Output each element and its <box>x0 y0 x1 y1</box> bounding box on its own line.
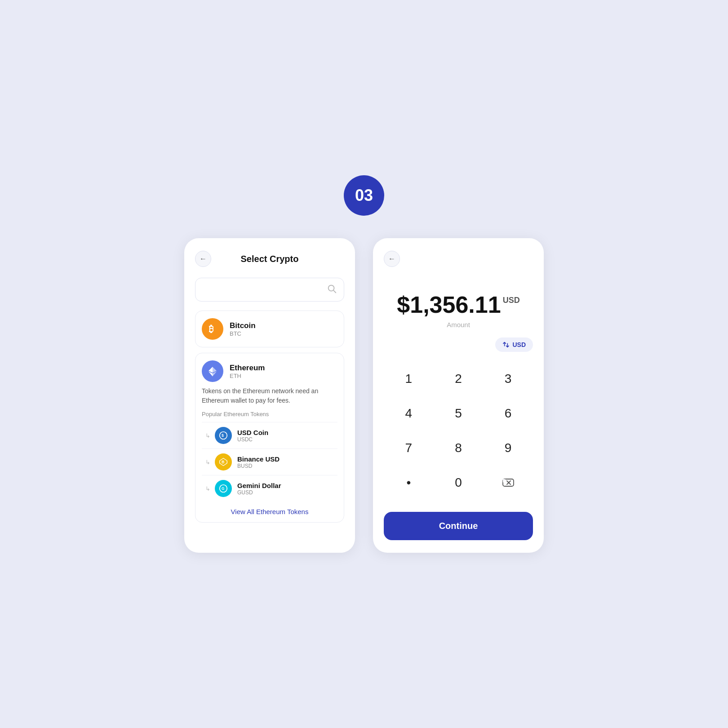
gusd-symbol: GUSD <box>237 489 281 496</box>
amount-screen: ← $1,356.11USD Amount USD 1 2 3 4 5 6 7 <box>373 238 544 553</box>
numpad: 1 2 3 4 5 6 7 8 9 • 0 <box>384 363 533 501</box>
bitcoin-symbol: BTC <box>230 330 256 337</box>
svg-marker-16 <box>503 479 506 483</box>
usdc-token-item[interactable]: ↳ $ USD Coin USDC <box>202 422 337 448</box>
svg-marker-3 <box>213 367 217 373</box>
back-arrow-icon-right: ← <box>388 255 395 263</box>
busd-icon: B <box>215 453 232 471</box>
back-arrow-icon: ← <box>200 255 207 263</box>
search-icon <box>327 284 337 296</box>
step-number: 03 <box>355 186 373 205</box>
screen-title: Select Crypto <box>241 254 299 264</box>
busd-token-item[interactable]: ↳ B Binance USD BUSD <box>202 448 337 475</box>
amount-value: $1,356.11USD <box>397 291 519 318</box>
select-crypto-screen: ← Select Crypto ₿ Bitcoin BTC <box>184 238 355 553</box>
left-header: ← Select Crypto <box>195 251 344 267</box>
numpad-6[interactable]: 6 <box>483 397 533 430</box>
usdc-icon: $ <box>215 427 232 444</box>
usdc-info: USD Coin USDC <box>237 429 268 443</box>
numpad-dot[interactable]: • <box>384 466 434 499</box>
bitcoin-info: Bitcoin BTC <box>230 321 256 337</box>
amount-display: $1,356.11USD <box>384 291 533 318</box>
svg-line-1 <box>333 290 336 293</box>
right-back-button[interactable]: ← <box>384 251 400 267</box>
currency-toggle-area: USD <box>384 337 533 352</box>
busd-info: Binance USD BUSD <box>237 455 280 469</box>
gusd-name: Gemini Dollar <box>237 482 281 489</box>
numpad-1[interactable]: 1 <box>384 363 434 395</box>
svg-text:₿: ₿ <box>209 324 213 334</box>
gusd-token-item[interactable]: ↳ G Gemini Dollar GUSD <box>202 475 337 502</box>
view-all-anchor[interactable]: View All Ethereum Tokens <box>231 508 309 515</box>
step-badge: 03 <box>344 175 384 216</box>
search-input[interactable] <box>203 286 327 294</box>
ethereum-symbol: ETH <box>230 373 265 379</box>
amount-currency: USD <box>503 296 520 305</box>
view-all-link[interactable]: View All Ethereum Tokens <box>202 502 337 519</box>
bitcoin-icon: ₿ <box>202 318 223 340</box>
numpad-7[interactable]: 7 <box>384 432 434 464</box>
svg-text:$: $ <box>222 433 224 438</box>
usdc-symbol: USDC <box>237 436 268 443</box>
token-arrow-icon-3: ↳ <box>205 485 210 492</box>
busd-symbol: BUSD <box>237 463 280 469</box>
right-header: ← <box>384 251 533 267</box>
ethereum-icon <box>202 360 223 382</box>
numpad-2[interactable]: 2 <box>434 363 484 395</box>
amount-number: $1,356.11 <box>397 291 501 318</box>
numpad-5[interactable]: 5 <box>434 397 484 430</box>
ethereum-info: Ethereum ETH <box>230 364 265 379</box>
ethereum-section: Ethereum ETH Tokens on the Ethereum netw… <box>195 353 344 523</box>
popular-tokens-label: Popular Ethereum Tokens <box>202 411 337 417</box>
svg-text:G: G <box>222 487 224 491</box>
ethereum-name: Ethereum <box>230 364 265 373</box>
bitcoin-name: Bitcoin <box>230 321 256 330</box>
amount-label: Amount <box>384 321 533 328</box>
token-arrow-icon-2: ↳ <box>205 459 210 466</box>
ethereum-description: Tokens on the Ethereum network need an E… <box>202 386 337 405</box>
numpad-4[interactable]: 4 <box>384 397 434 430</box>
usdc-name: USD Coin <box>237 429 268 436</box>
continue-button[interactable]: Continue <box>384 512 533 540</box>
numpad-0[interactable]: 0 <box>434 466 484 499</box>
numpad-8[interactable]: 8 <box>434 432 484 464</box>
token-arrow-icon: ↳ <box>205 432 210 439</box>
ethereum-main[interactable]: Ethereum ETH <box>202 360 337 382</box>
left-back-button[interactable]: ← <box>195 251 211 267</box>
svg-marker-4 <box>209 367 213 373</box>
gusd-info: Gemini Dollar GUSD <box>237 482 281 496</box>
busd-name: Binance USD <box>237 455 280 463</box>
screens-container: ← Select Crypto ₿ Bitcoin BTC <box>184 238 544 553</box>
numpad-delete[interactable] <box>483 466 533 499</box>
bitcoin-item[interactable]: ₿ Bitcoin BTC <box>195 311 344 347</box>
gusd-icon: G <box>215 480 232 497</box>
delete-icon <box>502 476 515 489</box>
swap-icon <box>502 341 510 348</box>
svg-text:B: B <box>222 460 225 464</box>
search-bar[interactable] <box>195 278 344 302</box>
currency-badge-label: USD <box>512 341 526 348</box>
currency-toggle-button[interactable]: USD <box>495 337 533 352</box>
numpad-3[interactable]: 3 <box>483 363 533 395</box>
numpad-9[interactable]: 9 <box>483 432 533 464</box>
